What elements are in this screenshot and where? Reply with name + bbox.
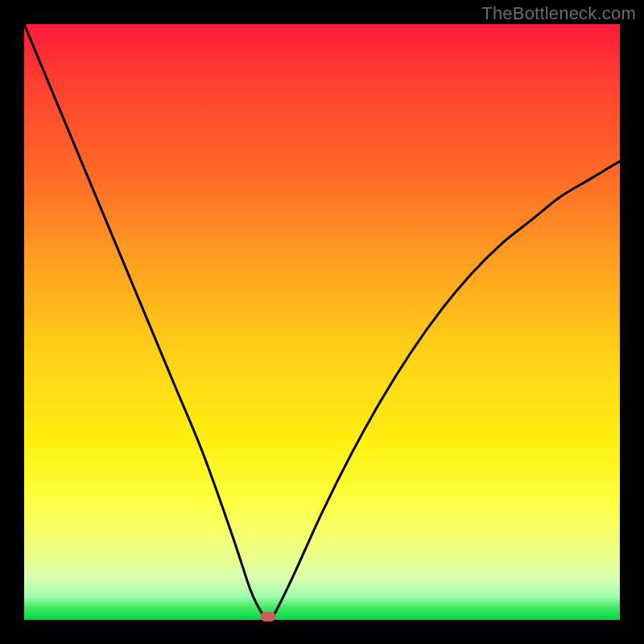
bottleneck-curve bbox=[24, 24, 620, 620]
minimum-marker bbox=[261, 612, 275, 621]
watermark-text: TheBottleneck.com bbox=[481, 3, 636, 24]
chart-plot-area bbox=[24, 24, 620, 620]
